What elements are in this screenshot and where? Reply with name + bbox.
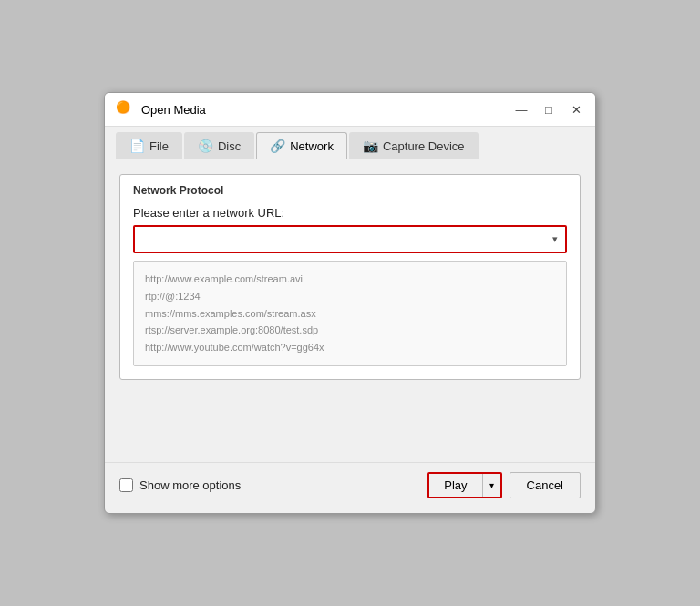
file-icon: 📄 [129, 139, 145, 153]
window-title: Open Media [141, 103, 206, 117]
group-label: Network Protocol [133, 184, 567, 197]
window-controls: — □ ✕ [513, 101, 584, 118]
url-field-label: Please enter a network URL: [133, 206, 567, 220]
tab-network[interactable]: 🔗 Network [256, 132, 347, 159]
example-line-3: mms://mms.examples.com/stream.asx [145, 305, 555, 323]
footer-buttons: Play ▾ Cancel [427, 472, 581, 498]
url-input[interactable] [135, 227, 545, 252]
minimize-button[interactable]: — [513, 101, 530, 118]
tab-capture-label: Capture Device [383, 139, 465, 153]
show-more-label[interactable]: Show more options [139, 478, 241, 492]
url-input-row: ▾ [133, 225, 567, 253]
content-spacer [119, 389, 581, 444]
url-dropdown-arrow[interactable]: ▾ [545, 228, 565, 251]
examples-box: http://www.example.com/stream.avi rtp://… [133, 261, 567, 365]
play-button[interactable]: Play [429, 474, 482, 497]
network-icon: 🔗 [270, 139, 285, 153]
tab-network-label: Network [290, 139, 334, 153]
play-button-wrapper: Play ▾ [427, 472, 501, 498]
tab-disc[interactable]: 💿 Disc [184, 132, 254, 159]
show-more-checkbox[interactable] [119, 478, 133, 492]
capture-icon: 📷 [363, 139, 378, 153]
tab-file-label: File [149, 139, 169, 153]
example-line-4: rtsp://server.example.org:8080/test.sdp [145, 322, 555, 339]
play-dropdown-button[interactable]: ▾ [483, 474, 500, 497]
vlc-icon: 🟠 [116, 100, 134, 118]
content-area: Network Protocol Please enter a network … [105, 159, 595, 457]
tab-capture[interactable]: 📷 Capture Device [349, 132, 479, 159]
maximize-button[interactable]: □ [540, 101, 557, 118]
tab-disc-label: Disc [218, 139, 241, 153]
open-media-window: 🟠 Open Media — □ ✕ 📄 File 💿 Disc 🔗 Netwo… [104, 92, 596, 513]
tab-file[interactable]: 📄 File [116, 132, 182, 159]
title-bar-left: 🟠 Open Media [116, 100, 206, 118]
footer: Show more options Play ▾ Cancel [105, 462, 595, 513]
tab-bar: 📄 File 💿 Disc 🔗 Network 📷 Capture Device [105, 127, 595, 159]
close-button[interactable]: ✕ [568, 101, 584, 118]
example-line-5: http://www.youtube.com/watch?v=gg64x [145, 339, 555, 356]
show-more-options-row: Show more options [119, 478, 241, 492]
title-bar: 🟠 Open Media — □ ✕ [105, 93, 595, 127]
cancel-button[interactable]: Cancel [510, 472, 581, 498]
example-line-2: rtp://@:1234 [145, 288, 555, 305]
disc-icon: 💿 [198, 139, 213, 153]
network-protocol-group: Network Protocol Please enter a network … [119, 174, 581, 379]
example-line-1: http://www.example.com/stream.avi [145, 271, 555, 288]
